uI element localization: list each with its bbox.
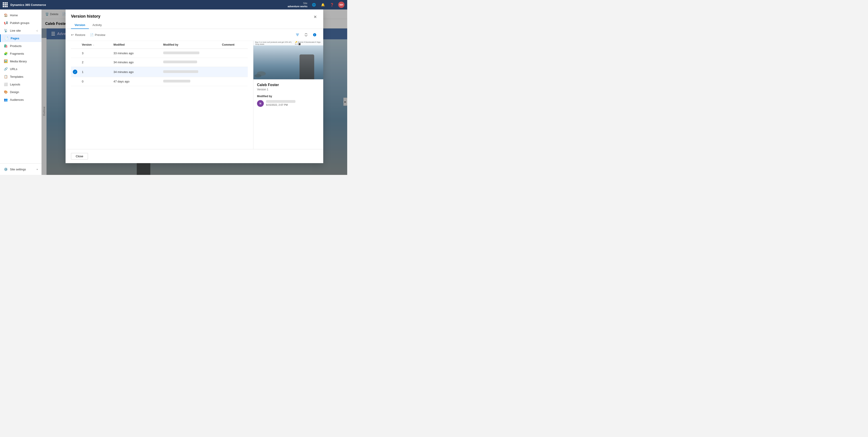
selected-check-icon: ✓	[73, 70, 77, 74]
sidebar-item-media-library[interactable]: 🖼️ Media library	[0, 57, 41, 65]
col-modified-by[interactable]: Modified by	[161, 41, 220, 49]
restore-icon: ↩	[71, 33, 74, 37]
row-modified: 34 minutes ago	[112, 58, 161, 67]
sidebar-item-fragments[interactable]: 🧩 Fragments	[0, 50, 41, 57]
info-icon[interactable]: i	[311, 32, 318, 38]
sidebar-item-products[interactable]: 🛍️ Products	[0, 42, 41, 50]
sidebar-item-templates[interactable]: 📋 Templates	[0, 73, 41, 81]
modal-close-button[interactable]: ✕	[313, 14, 318, 20]
sort-version-icon: ↓	[93, 43, 94, 46]
sidebar-item-label: Layouts	[10, 83, 20, 86]
row-check-cell	[71, 58, 80, 67]
row-modified: 33 minutes ago	[112, 49, 161, 58]
row-check-cell: ✓	[71, 67, 80, 77]
modal-title: Version history	[71, 14, 105, 19]
restore-button[interactable]: ↩ Restore	[71, 33, 86, 37]
row-version: 3	[80, 49, 112, 58]
sidebar-item-urls[interactable]: 🔗 URLs	[0, 65, 41, 73]
preview-modified-by-label: Modified by	[257, 95, 320, 98]
modal-body: Version ↓ Modified Modified by	[66, 41, 323, 149]
sidebar-item-site-settings[interactable]: ⚙️ Site settings ▾	[0, 165, 41, 173]
sidebar-item-pages[interactable]: 📄 Pages	[0, 34, 41, 42]
modal-overlay: Version history Version Activity ✕ ↩ Res…	[41, 9, 347, 175]
modal-toolbar: ↩ Restore 📄 Preview	[66, 29, 323, 41]
sidebar-item-home[interactable]: 🏠 Home	[0, 11, 41, 19]
table-row[interactable]: 0 47 days ago	[71, 77, 248, 86]
globe-icon[interactable]: 🌐	[311, 2, 316, 7]
row-comment	[220, 58, 248, 67]
sidebar-item-label: Site settings	[10, 168, 26, 171]
sidebar-item-audiences[interactable]: 👥 Audiences	[0, 96, 41, 103]
table-row[interactable]: 3 33 minutes ago	[71, 49, 248, 58]
user-placeholder	[163, 52, 199, 54]
main-layout: 🏠 Home 📢 Publish groups 📡 Live site ◁ 📄 …	[0, 9, 347, 175]
modal-preview-button[interactable]: 📄 Preview	[90, 33, 105, 37]
notification-icon[interactable]: 🔔	[320, 2, 326, 7]
row-version: 1	[80, 67, 112, 77]
sidebar-item-label: URLs	[10, 67, 18, 71]
preview-thumbnail: Buy 2 or more surf products and get 15% …	[253, 41, 323, 79]
modal-header: Version history Version Activity ✕	[66, 9, 323, 29]
row-version: 2	[80, 58, 112, 67]
grid-menu-icon[interactable]	[3, 2, 8, 7]
row-version: 0	[80, 77, 112, 86]
fragments-icon: 🧩	[4, 52, 8, 56]
sidebar-item-label: Home	[10, 13, 18, 17]
user-avatar[interactable]: NH	[338, 2, 344, 8]
tab-activity[interactable]: Activity	[89, 22, 105, 29]
user-info: 6/15/2022, 2:07 PM	[266, 100, 296, 106]
table-row[interactable]: ✓ 1 34 minutes ago	[71, 67, 248, 77]
user-placeholder	[163, 70, 198, 73]
col-comment: Comment	[220, 41, 248, 49]
preview-thumb-nav: Buy 2 or more surf products and get 15% …	[253, 41, 323, 45]
sidebar-item-label: Products	[10, 44, 22, 48]
chevron-down-icon: ▾	[37, 168, 38, 170]
sidebar-item-live-site[interactable]: 📡 Live site ◁	[0, 27, 41, 34]
sidebar-item-label: Live site	[10, 29, 21, 32]
row-modified-by	[161, 67, 220, 77]
col-modified[interactable]: Modified	[112, 41, 161, 49]
pages-icon: 📄	[4, 36, 8, 40]
publish-groups-icon: 📢	[4, 21, 8, 25]
version-history-modal: Version history Version Activity ✕ ↩ Res…	[66, 9, 323, 163]
sort-icon[interactable]	[303, 32, 309, 38]
row-comment	[220, 67, 248, 77]
sidebar-item-design[interactable]: 🎨 Design	[0, 88, 41, 96]
table-row[interactable]: 2 34 minutes ago	[71, 58, 248, 67]
site-info[interactable]: Site adventure works	[288, 2, 307, 8]
version-table: Version ↓ Modified Modified by	[71, 41, 248, 86]
row-check-cell	[71, 49, 80, 58]
sidebar-item-label: Media library	[10, 60, 27, 63]
modal-toolbar-right: i	[294, 32, 318, 38]
sidebar-item-label: Pages	[11, 37, 19, 40]
row-check-cell	[71, 77, 80, 86]
preview-user: N 6/15/2022, 2:07 PM	[257, 100, 320, 107]
preview-user-avatar: N	[257, 100, 264, 107]
site-label: Site	[303, 2, 307, 5]
preview-version-label: Version 1	[257, 88, 320, 91]
content-area: 🗑️ Delete 📄 Preview 💾 S Caleb Foster Pub…	[41, 9, 347, 175]
sidebar-item-label: Fragments	[10, 52, 24, 55]
user-date: 6/15/2022, 2:07 PM	[266, 103, 296, 106]
products-icon: 🛍️	[4, 44, 8, 48]
sidebar-item-label: Design	[10, 90, 19, 94]
modal-tabs: Version Activity	[71, 22, 105, 29]
modal-preview-icon: 📄	[90, 33, 94, 37]
sidebar-item-publish-groups[interactable]: 📢 Publish groups	[0, 19, 41, 27]
media-library-icon: 🖼️	[4, 59, 8, 63]
app-title: Dynamics 365 Commerce	[10, 3, 285, 6]
svg-text:i: i	[314, 34, 315, 36]
live-site-icon: 📡	[4, 28, 8, 33]
close-button[interactable]: Close	[71, 153, 88, 159]
settings-icon: ⚙️	[4, 167, 8, 171]
urls-icon: 🔗	[4, 67, 8, 71]
col-version[interactable]: Version ↓	[80, 41, 112, 49]
help-icon[interactable]: ❓	[329, 2, 335, 7]
sidebar-item-layouts[interactable]: ⬜ Layouts	[0, 81, 41, 88]
tab-version[interactable]: Version	[71, 22, 89, 29]
user-placeholder	[163, 61, 197, 63]
design-icon: 🎨	[4, 90, 8, 94]
row-modified-by	[161, 58, 220, 67]
row-comment	[220, 49, 248, 58]
filter-icon[interactable]	[294, 32, 301, 38]
